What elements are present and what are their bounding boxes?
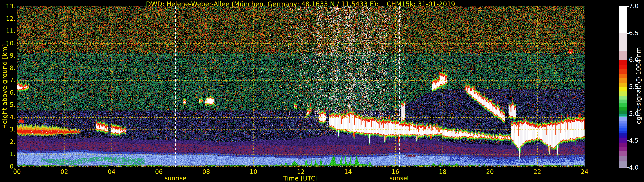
x-tick-label: 16 bbox=[392, 168, 399, 175]
sunrise-label: sunrise bbox=[165, 175, 186, 182]
x-tick-label: 04 bbox=[108, 168, 116, 175]
x-tick-label: 18 bbox=[439, 168, 446, 175]
sunset-label: sunset bbox=[390, 175, 409, 182]
y-tick-label: 4. bbox=[0, 114, 16, 121]
y-tick-label: 6. bbox=[0, 89, 16, 96]
y-tick-label: 7. bbox=[0, 77, 16, 84]
backscatter-heatmap-canvas bbox=[17, 6, 584, 167]
colorbar-tick-label: 6.5 bbox=[629, 30, 639, 37]
y-tick-label: 5. bbox=[0, 101, 16, 108]
y-tick-label: 3. bbox=[0, 126, 16, 133]
y-tick-label: 1. bbox=[0, 151, 16, 158]
y-tick-label: 13. bbox=[0, 3, 16, 10]
y-tick-label: 12. bbox=[0, 15, 16, 22]
y-tick-label: 11. bbox=[0, 28, 16, 34]
colorbar-tick-label: 6.0 bbox=[629, 57, 639, 63]
colorbar-tick-label: 4.5 bbox=[629, 137, 639, 144]
x-tick-label: 08 bbox=[202, 168, 210, 175]
colorbar-tick-label: 7.0 bbox=[629, 3, 639, 10]
ceilometer-quicklook: DWD: Helene-Weber-Allee (München, German… bbox=[0, 0, 644, 182]
colorbar-tick-label: 5.0 bbox=[629, 110, 639, 117]
colorbar-canvas bbox=[619, 6, 629, 168]
y-tick-label: 9. bbox=[0, 52, 16, 59]
y-tick-label: 2. bbox=[0, 139, 16, 145]
x-axis-label: Time [UTC] bbox=[283, 175, 318, 182]
colorbar-tick-label: 5.5 bbox=[629, 84, 639, 90]
x-tick-label: 20 bbox=[486, 168, 494, 175]
x-tick-label: 02 bbox=[60, 168, 68, 175]
y-tick-label: 8. bbox=[0, 65, 16, 72]
x-tick-label: 22 bbox=[534, 168, 541, 175]
x-tick-label: 14 bbox=[344, 168, 352, 175]
x-tick-label: 12 bbox=[297, 168, 304, 175]
y-tick-label: 10. bbox=[0, 40, 16, 47]
x-tick-label: 06 bbox=[155, 168, 163, 175]
x-tick-label: 10 bbox=[250, 168, 258, 175]
colorbar-tick-label: 4.0 bbox=[629, 164, 639, 171]
x-tick-label: 24 bbox=[581, 168, 588, 175]
y-tick-label: 0. bbox=[0, 163, 16, 170]
